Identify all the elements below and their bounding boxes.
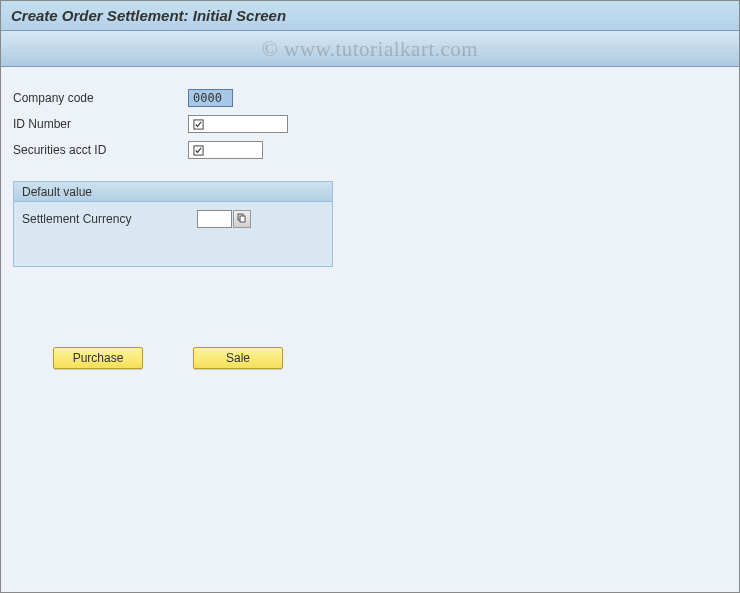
input-securities-acct[interactable] [188,141,263,159]
row-settlement-currency: Settlement Currency [22,208,324,230]
label-id-number: ID Number [13,117,188,131]
title-bar: Create Order Settlement: Initial Screen [1,1,739,31]
search-help-button[interactable] [233,210,251,228]
group-body: Settlement Currency [14,202,332,236]
label-securities-acct: Securities acct ID [13,143,188,157]
input-id-number[interactable] [188,115,288,133]
group-default-value: Default value Settlement Currency [13,181,333,267]
sale-button[interactable]: Sale [193,347,283,369]
search-help-icon [237,212,247,226]
row-securities-acct: Securities acct ID [13,139,727,161]
label-company-code: Company code [13,91,188,105]
input-company-code-value: 0000 [193,91,222,105]
purchase-button[interactable]: Purchase [53,347,143,369]
required-check-icon [192,144,204,156]
svg-rect-3 [240,216,245,222]
toolbar-area [1,31,739,67]
content-area: Company code 0000 ID Number Securities a… [1,67,739,592]
button-row: Purchase Sale [13,347,727,369]
input-settlement-currency[interactable] [197,210,232,228]
label-settlement-currency: Settlement Currency [22,212,197,226]
required-check-icon [192,118,204,130]
page-title: Create Order Settlement: Initial Screen [11,7,286,24]
input-company-code[interactable]: 0000 [188,89,233,107]
row-company-code: Company code 0000 [13,87,727,109]
row-id-number: ID Number [13,113,727,135]
group-header-default-value: Default value [14,182,332,202]
